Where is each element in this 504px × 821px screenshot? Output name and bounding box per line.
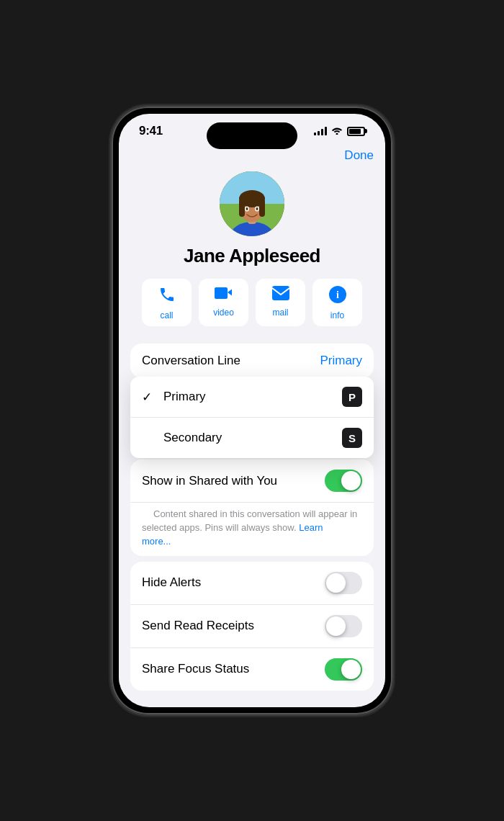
- shared-with-you-row[interactable]: Show in Shared with You: [130, 459, 374, 503]
- svg-rect-7: [259, 199, 265, 217]
- primary-badge: P: [342, 387, 362, 407]
- dropdown-overlay: ✓ Primary P ✓ Secondary S: [130, 377, 374, 458]
- phone-screen: 9:41 Done: [119, 114, 385, 707]
- svg-point-10: [246, 207, 248, 210]
- hide-alerts-toggle[interactable]: [325, 572, 362, 594]
- info-icon: i: [329, 286, 346, 308]
- share-focus-status-row[interactable]: Share Focus Status: [130, 648, 374, 691]
- dropdown-primary-left: ✓ Primary: [142, 390, 206, 405]
- toggle-knob-2: [326, 616, 346, 636]
- call-button[interactable]: call: [142, 279, 192, 326]
- send-read-receipts-label: Send Read Receipts: [142, 619, 254, 633]
- action-buttons-row: call video: [130, 279, 374, 335]
- info-button[interactable]: i info: [312, 279, 362, 326]
- signal-icon: [314, 127, 327, 135]
- shared-with-you-section: Show in Shared with You Content shared i…: [130, 459, 374, 556]
- video-icon: [215, 286, 233, 305]
- share-focus-status-toggle[interactable]: [325, 658, 362, 681]
- conversation-line-row[interactable]: Conversation Line Primary: [130, 344, 374, 378]
- send-read-receipts-row[interactable]: Send Read Receipts: [130, 605, 374, 648]
- video-label: video: [213, 308, 234, 318]
- dropdown-secondary-label: Secondary: [163, 431, 222, 445]
- info-label: info: [330, 310, 344, 320]
- conversation-line-label: Conversation Line: [142, 354, 240, 368]
- status-icons: [314, 126, 365, 137]
- avatar: [220, 171, 284, 236]
- toggle-knob-off: [326, 573, 346, 593]
- description-area: Content shared in this conversation will…: [130, 503, 374, 556]
- mail-label: mail: [272, 308, 288, 318]
- hide-alerts-label: Hide Alerts: [142, 575, 201, 590]
- shared-with-you-label: Show in Shared with You: [142, 474, 277, 488]
- dropdown-item-secondary[interactable]: ✓ Secondary S: [130, 418, 374, 458]
- conversation-line-value: Primary: [320, 354, 362, 368]
- hide-alerts-row[interactable]: Hide Alerts: [130, 562, 374, 605]
- call-icon: [158, 286, 176, 308]
- done-button[interactable]: Done: [344, 148, 374, 163]
- svg-rect-6: [239, 199, 245, 217]
- phone-frame: 9:41 Done: [112, 107, 392, 714]
- checkmark-icon: ✓: [142, 390, 156, 405]
- description-text: Content shared in this conversation will…: [142, 504, 357, 555]
- send-read-receipts-toggle[interactable]: [325, 615, 362, 637]
- dropdown-primary-label: Primary: [163, 390, 206, 404]
- toggle-knob: [341, 471, 361, 490]
- dynamic-island: [207, 122, 297, 149]
- wifi-icon: [331, 126, 343, 137]
- shared-with-you-toggle[interactable]: [325, 470, 362, 492]
- mail-icon: [272, 286, 289, 305]
- contact-name: Jane Appleseed: [184, 245, 320, 267]
- video-button[interactable]: video: [199, 279, 248, 326]
- content-area: Done: [119, 143, 385, 696]
- battery-icon: [347, 127, 365, 136]
- call-label: call: [160, 310, 173, 320]
- status-time: 9:41: [139, 124, 163, 138]
- svg-rect-12: [272, 286, 289, 300]
- share-focus-status-label: Share Focus Status: [142, 662, 249, 676]
- toggle-rows-section: Hide Alerts Send Read Receipts Share Foc…: [130, 562, 374, 691]
- header-section: Done: [119, 143, 385, 344]
- secondary-badge: S: [342, 428, 362, 448]
- mail-button[interactable]: mail: [256, 279, 305, 326]
- dropdown-secondary-left: ✓ Secondary: [142, 431, 222, 446]
- conversation-section: Conversation Line Primary ✓ Primary P: [130, 344, 374, 378]
- toggle-knob-3: [341, 660, 361, 679]
- dropdown-item-primary[interactable]: ✓ Primary P: [130, 377, 374, 418]
- profile-section: Jane Appleseed: [130, 166, 374, 279]
- svg-text:i: i: [336, 290, 339, 300]
- svg-point-11: [256, 207, 258, 210]
